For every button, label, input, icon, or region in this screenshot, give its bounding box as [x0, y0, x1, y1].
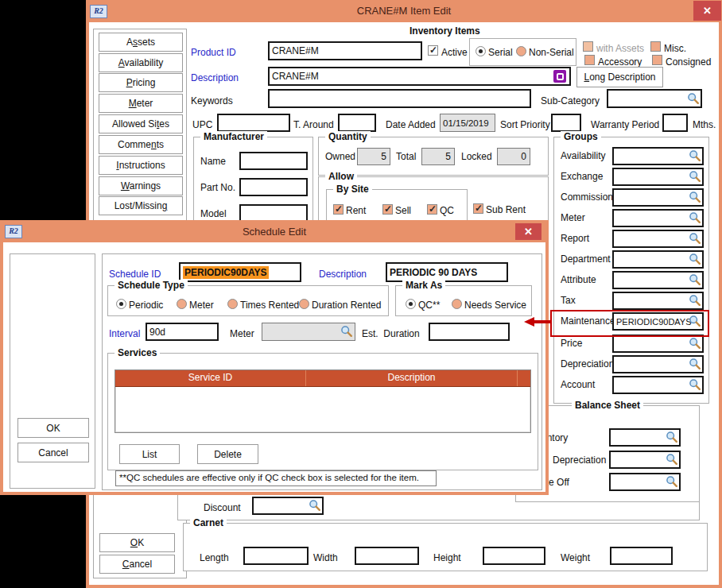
sidebar-item-assets[interactable]: Assets [99, 33, 183, 52]
search-icon[interactable] [689, 232, 701, 245]
needs-service-radio[interactable] [452, 299, 462, 309]
name-label: Name [200, 156, 226, 167]
sidebar-item-allowed-sites[interactable]: Allowed Sites [99, 114, 183, 133]
sub-rent-checkbox[interactable] [473, 203, 483, 214]
height-field[interactable] [483, 547, 545, 565]
name-field[interactable] [239, 152, 308, 170]
weight-field[interactable] [610, 547, 673, 565]
model-label: Model [200, 208, 227, 219]
search-icon[interactable] [689, 191, 701, 203]
search-icon[interactable] [689, 170, 701, 183]
sidebar-item-pricing[interactable]: Pricing [99, 73, 183, 92]
sell-checkbox[interactable] [382, 204, 393, 215]
services-table: Service ID Description [115, 369, 531, 433]
search-icon[interactable] [687, 92, 700, 105]
part-no-field[interactable] [239, 178, 308, 196]
search-icon[interactable] [689, 253, 701, 265]
accessory-checkbox[interactable] [584, 55, 595, 65]
services-title: Services [115, 347, 160, 358]
keywords-field[interactable] [268, 89, 531, 108]
cancel-button[interactable]: Cancel [99, 555, 175, 574]
search-icon[interactable] [689, 358, 701, 370]
expand-description-icon[interactable] [553, 70, 566, 83]
interval-field[interactable]: 90d [146, 323, 219, 341]
search-icon[interactable] [689, 273, 701, 286]
consigned-checkbox[interactable] [652, 55, 662, 65]
duration-rented-radio[interactable] [299, 299, 309, 309]
qc-option-label: QC** [418, 300, 440, 311]
meter-radio[interactable] [177, 299, 187, 309]
sidebar-item-warnings[interactable]: Warnings [99, 176, 183, 195]
length-label: Length [200, 552, 229, 563]
schedule-description-label: Description [319, 269, 367, 280]
times-rented-radio[interactable] [227, 299, 238, 309]
schedule-type-title: Schedule Type [115, 280, 188, 291]
t-around-field[interactable] [338, 114, 376, 132]
search-icon[interactable] [666, 475, 678, 488]
sidebar-item-lost-missing[interactable]: Lost/Missing [99, 196, 183, 215]
qc-radio[interactable] [406, 299, 416, 309]
selected-text: PERIODIC90DAYS [183, 266, 269, 279]
search-icon[interactable] [309, 499, 321, 512]
non-serial-radio[interactable] [516, 46, 526, 56]
search-icon[interactable] [666, 453, 678, 466]
schedule-cancel-button[interactable]: Cancel [17, 443, 89, 462]
mark-as-group: Mark As QC** Needs Service [395, 285, 532, 316]
groups-title: Groups [561, 131, 601, 142]
form-header: Inventory Items [410, 25, 480, 37]
consigned-label: Consigned [666, 56, 711, 68]
sort-priority-field[interactable] [551, 114, 581, 132]
sidebar-item-comments[interactable]: Comments [99, 135, 183, 154]
serial-group: Serial Non-Serial [469, 38, 576, 66]
times-rented-label: Times Rented [240, 300, 299, 311]
schedule-id-field[interactable]: PERIODIC90DAYS [179, 262, 301, 282]
search-icon[interactable] [689, 337, 701, 350]
upc-field[interactable] [217, 114, 290, 132]
periodic-radio[interactable] [116, 299, 126, 309]
schedule-close-button[interactable]: ✕ [515, 223, 542, 240]
search-icon[interactable] [689, 378, 701, 391]
service-id-column-header[interactable]: Service ID [115, 370, 306, 386]
description-field[interactable]: CRANE#M [268, 67, 571, 86]
list-button[interactable]: List [119, 444, 180, 464]
misc-checkbox[interactable] [650, 41, 661, 52]
product-id-field[interactable]: CRANE#M [268, 41, 422, 60]
qc-checkbox[interactable] [427, 204, 437, 215]
group-row-label: Availability [561, 150, 605, 161]
sort-priority-label: Sort Priority [500, 119, 550, 130]
schedule-ok-button[interactable]: OK [17, 418, 89, 438]
search-icon[interactable] [666, 431, 678, 443]
non-serial-label: Non-Serial [529, 47, 574, 58]
est-duration-label: Est. Duration [362, 328, 420, 339]
interval-label: Interval [109, 328, 140, 339]
serial-radio[interactable] [476, 46, 486, 56]
delete-button[interactable]: Delete [197, 444, 258, 464]
sidebar-item-meter[interactable]: Meter [99, 94, 183, 113]
schedule-left-panel: OK Cancel [10, 253, 95, 489]
search-icon[interactable] [689, 211, 701, 224]
schedule-id-label: Schedule ID [109, 269, 161, 280]
with-assets-label: with Assets [596, 43, 644, 54]
manufacturer-title: Manufacturer [200, 131, 267, 142]
description-column-header[interactable]: Description [306, 370, 518, 386]
est-duration-field[interactable] [429, 323, 510, 341]
ok-button[interactable]: OK [99, 533, 175, 552]
height-label: Height [433, 552, 461, 563]
active-checkbox[interactable] [428, 45, 438, 56]
long-description-button[interactable]: Long Description [576, 67, 663, 87]
search-icon[interactable] [689, 294, 701, 307]
close-button[interactable]: ✕ [693, 1, 721, 21]
sidebar-item-instructions[interactable]: Instructions [99, 156, 183, 175]
width-field[interactable] [355, 547, 419, 565]
sidebar-item-availability[interactable]: Availability [99, 53, 183, 72]
search-icon[interactable] [689, 149, 701, 162]
rent-checkbox[interactable] [333, 204, 344, 215]
carnet-title: Carnet [190, 517, 227, 528]
length-field[interactable] [243, 547, 309, 565]
search-icon[interactable] [340, 325, 353, 338]
annotation-arrow-line [534, 320, 552, 323]
warranty-period-field[interactable] [662, 114, 688, 132]
schedule-window-title: Schedule Edit [0, 226, 549, 238]
with-assets-checkbox[interactable] [583, 41, 593, 52]
sell-label: Sell [395, 205, 411, 216]
